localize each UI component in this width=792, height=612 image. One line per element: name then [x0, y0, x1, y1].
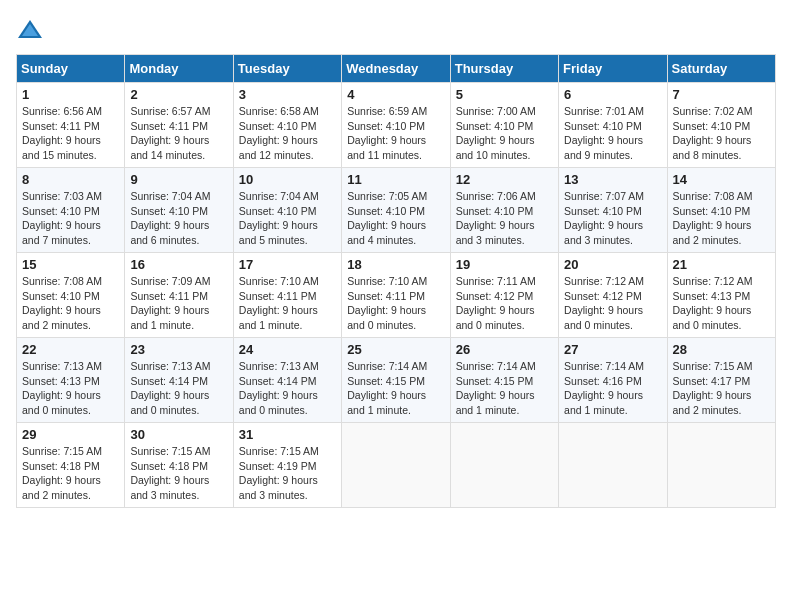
calendar-cell: 5 Sunrise: 7:00 AM Sunset: 4:10 PM Dayli…: [450, 83, 558, 168]
calendar-cell: 9 Sunrise: 7:04 AM Sunset: 4:10 PM Dayli…: [125, 168, 233, 253]
calendar-cell: 23 Sunrise: 7:13 AM Sunset: 4:14 PM Dayl…: [125, 338, 233, 423]
cell-sunrise: Sunrise: 6:58 AM: [239, 105, 319, 117]
calendar-cell: 13 Sunrise: 7:07 AM Sunset: 4:10 PM Dayl…: [559, 168, 667, 253]
day-number: 9: [130, 172, 227, 187]
cell-sunrise: Sunrise: 6:59 AM: [347, 105, 427, 117]
cell-daylight: Daylight: 9 hours and 1 minute.: [130, 304, 209, 331]
cell-sunrise: Sunrise: 7:14 AM: [456, 360, 536, 372]
calendar-cell: 4 Sunrise: 6:59 AM Sunset: 4:10 PM Dayli…: [342, 83, 450, 168]
calendar-week-row: 29 Sunrise: 7:15 AM Sunset: 4:18 PM Dayl…: [17, 423, 776, 508]
cell-sunset: Sunset: 4:14 PM: [239, 375, 317, 387]
day-number: 21: [673, 257, 770, 272]
day-number: 24: [239, 342, 336, 357]
cell-daylight: Daylight: 9 hours and 2 minutes.: [673, 389, 752, 416]
cell-daylight: Daylight: 9 hours and 1 minute.: [347, 389, 426, 416]
cell-sunset: Sunset: 4:16 PM: [564, 375, 642, 387]
calendar-cell: 12 Sunrise: 7:06 AM Sunset: 4:10 PM Dayl…: [450, 168, 558, 253]
day-number: 1: [22, 87, 119, 102]
calendar-week-row: 15 Sunrise: 7:08 AM Sunset: 4:10 PM Dayl…: [17, 253, 776, 338]
cell-sunset: Sunset: 4:10 PM: [347, 205, 425, 217]
calendar-cell: 22 Sunrise: 7:13 AM Sunset: 4:13 PM Dayl…: [17, 338, 125, 423]
cell-sunrise: Sunrise: 7:08 AM: [22, 275, 102, 287]
calendar-cell: 2 Sunrise: 6:57 AM Sunset: 4:11 PM Dayli…: [125, 83, 233, 168]
cell-sunrise: Sunrise: 7:14 AM: [564, 360, 644, 372]
calendar-week-row: 22 Sunrise: 7:13 AM Sunset: 4:13 PM Dayl…: [17, 338, 776, 423]
calendar-cell: 24 Sunrise: 7:13 AM Sunset: 4:14 PM Dayl…: [233, 338, 341, 423]
day-number: 11: [347, 172, 444, 187]
day-number: 23: [130, 342, 227, 357]
day-number: 14: [673, 172, 770, 187]
calendar-cell: 26 Sunrise: 7:14 AM Sunset: 4:15 PM Dayl…: [450, 338, 558, 423]
cell-daylight: Daylight: 9 hours and 14 minutes.: [130, 134, 209, 161]
cell-sunset: Sunset: 4:10 PM: [22, 290, 100, 302]
cell-daylight: Daylight: 9 hours and 0 minutes.: [239, 389, 318, 416]
cell-sunrise: Sunrise: 7:15 AM: [239, 445, 319, 457]
day-number: 27: [564, 342, 661, 357]
cell-sunset: Sunset: 4:10 PM: [673, 120, 751, 132]
logo-icon: [16, 16, 44, 44]
day-number: 26: [456, 342, 553, 357]
calendar-cell: 8 Sunrise: 7:03 AM Sunset: 4:10 PM Dayli…: [17, 168, 125, 253]
calendar-week-row: 1 Sunrise: 6:56 AM Sunset: 4:11 PM Dayli…: [17, 83, 776, 168]
day-number: 22: [22, 342, 119, 357]
day-number: 3: [239, 87, 336, 102]
day-header-thursday: Thursday: [450, 55, 558, 83]
day-number: 5: [456, 87, 553, 102]
cell-sunrise: Sunrise: 7:14 AM: [347, 360, 427, 372]
day-number: 20: [564, 257, 661, 272]
cell-sunrise: Sunrise: 7:01 AM: [564, 105, 644, 117]
logo: [16, 16, 48, 44]
calendar-cell: 31 Sunrise: 7:15 AM Sunset: 4:19 PM Dayl…: [233, 423, 341, 508]
calendar-cell: 25 Sunrise: 7:14 AM Sunset: 4:15 PM Dayl…: [342, 338, 450, 423]
day-number: 19: [456, 257, 553, 272]
cell-daylight: Daylight: 9 hours and 3 minutes.: [239, 474, 318, 501]
cell-daylight: Daylight: 9 hours and 2 minutes.: [22, 474, 101, 501]
cell-sunrise: Sunrise: 7:06 AM: [456, 190, 536, 202]
cell-sunset: Sunset: 4:15 PM: [456, 375, 534, 387]
cell-sunset: Sunset: 4:13 PM: [673, 290, 751, 302]
day-header-wednesday: Wednesday: [342, 55, 450, 83]
day-number: 15: [22, 257, 119, 272]
cell-daylight: Daylight: 9 hours and 6 minutes.: [130, 219, 209, 246]
calendar-cell: 20 Sunrise: 7:12 AM Sunset: 4:12 PM Dayl…: [559, 253, 667, 338]
day-number: 12: [456, 172, 553, 187]
cell-sunrise: Sunrise: 7:04 AM: [239, 190, 319, 202]
day-header-sunday: Sunday: [17, 55, 125, 83]
day-number: 13: [564, 172, 661, 187]
cell-sunset: Sunset: 4:18 PM: [22, 460, 100, 472]
calendar-cell: 6 Sunrise: 7:01 AM Sunset: 4:10 PM Dayli…: [559, 83, 667, 168]
cell-sunrise: Sunrise: 7:15 AM: [673, 360, 753, 372]
cell-sunrise: Sunrise: 7:10 AM: [347, 275, 427, 287]
day-number: 29: [22, 427, 119, 442]
cell-daylight: Daylight: 9 hours and 1 minute.: [239, 304, 318, 331]
calendar-cell: 15 Sunrise: 7:08 AM Sunset: 4:10 PM Dayl…: [17, 253, 125, 338]
calendar-cell: 29 Sunrise: 7:15 AM Sunset: 4:18 PM Dayl…: [17, 423, 125, 508]
calendar-cell: 17 Sunrise: 7:10 AM Sunset: 4:11 PM Dayl…: [233, 253, 341, 338]
cell-sunset: Sunset: 4:13 PM: [22, 375, 100, 387]
cell-sunrise: Sunrise: 7:04 AM: [130, 190, 210, 202]
cell-sunset: Sunset: 4:11 PM: [22, 120, 100, 132]
cell-sunset: Sunset: 4:10 PM: [564, 120, 642, 132]
calendar-cell: 1 Sunrise: 6:56 AM Sunset: 4:11 PM Dayli…: [17, 83, 125, 168]
cell-daylight: Daylight: 9 hours and 5 minutes.: [239, 219, 318, 246]
page-header: [16, 16, 776, 44]
calendar-cell: 19 Sunrise: 7:11 AM Sunset: 4:12 PM Dayl…: [450, 253, 558, 338]
cell-daylight: Daylight: 9 hours and 9 minutes.: [564, 134, 643, 161]
day-number: 10: [239, 172, 336, 187]
cell-sunset: Sunset: 4:14 PM: [130, 375, 208, 387]
day-number: 2: [130, 87, 227, 102]
cell-sunrise: Sunrise: 7:10 AM: [239, 275, 319, 287]
cell-sunset: Sunset: 4:19 PM: [239, 460, 317, 472]
day-number: 17: [239, 257, 336, 272]
cell-sunrise: Sunrise: 7:02 AM: [673, 105, 753, 117]
cell-sunrise: Sunrise: 6:56 AM: [22, 105, 102, 117]
cell-daylight: Daylight: 9 hours and 0 minutes.: [130, 389, 209, 416]
day-number: 28: [673, 342, 770, 357]
cell-daylight: Daylight: 9 hours and 3 minutes.: [564, 219, 643, 246]
day-number: 6: [564, 87, 661, 102]
calendar-cell: 10 Sunrise: 7:04 AM Sunset: 4:10 PM Dayl…: [233, 168, 341, 253]
day-header-friday: Friday: [559, 55, 667, 83]
cell-sunrise: Sunrise: 7:13 AM: [130, 360, 210, 372]
cell-sunrise: Sunrise: 7:00 AM: [456, 105, 536, 117]
cell-daylight: Daylight: 9 hours and 0 minutes.: [347, 304, 426, 331]
